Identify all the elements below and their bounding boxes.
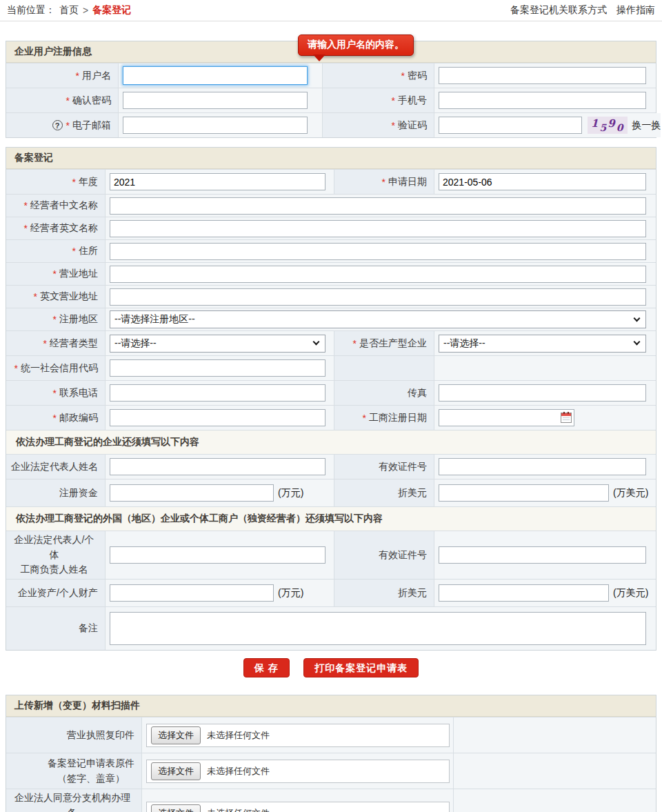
contact-info-link[interactable]: 备案登记机关联系方式 xyxy=(510,4,607,17)
operator-type-select[interactable]: --请选择-- xyxy=(110,335,325,353)
reg-capital-input[interactable] xyxy=(110,484,274,502)
no-file-text: 未选择任何文件 xyxy=(207,729,270,742)
upload-section: 上传新增（变更）材料扫描件 营业执照复印件 选择文件 未选择任何文件 备案登记申… xyxy=(6,695,656,812)
id-no-input[interactable] xyxy=(439,458,646,475)
help-icon[interactable]: ? xyxy=(52,120,63,130)
username-validation-tooltip: 请输入用户名的内容。 xyxy=(298,34,414,56)
confirm-password-label: 确认密码 xyxy=(72,95,111,107)
confirm-password-input[interactable] xyxy=(123,92,308,109)
password-input[interactable] xyxy=(439,67,646,84)
foreign-subsection-title: 依法办理工商登记的外国（地区）企业或个体工商户（独资经营者）还须填写以下内容 xyxy=(6,506,656,531)
license-copy-label: 营业执照复印件 xyxy=(67,728,134,743)
row-confirm-mobile: * 确认密码 * 手机号 xyxy=(6,88,656,112)
mobile-label-cell: * 手机号 xyxy=(322,88,434,112)
apply-date-input[interactable] xyxy=(439,173,646,190)
captcha-label: 验证码 xyxy=(398,119,427,132)
cn-name-label: 经营者中文名称 xyxy=(30,199,98,212)
captcha-refresh-link[interactable]: 换一换 xyxy=(632,119,661,132)
confirm-password-label-cell: * 确认密码 xyxy=(6,88,118,112)
save-button[interactable]: 保 存 xyxy=(243,658,290,677)
email-label-cell: ? * 电子邮箱 xyxy=(6,113,118,137)
reg-capital-label: 注册资金 xyxy=(59,487,98,499)
en-name-input[interactable] xyxy=(110,220,646,237)
row-foreign-rep: 企业法定代表人/个体 工商负责人姓名 有效证件号 xyxy=(6,531,656,579)
biz-addr-label: 营业地址 xyxy=(59,268,98,280)
remark-label: 备注 xyxy=(79,622,98,635)
en-biz-addr-label: 英文营业地址 xyxy=(40,290,98,303)
password-label: 密码 xyxy=(408,70,427,82)
en-biz-addr-input[interactable] xyxy=(110,288,646,306)
year-input[interactable] xyxy=(110,173,325,190)
filing-section-title: 备案登记 xyxy=(6,148,656,169)
residence-input[interactable] xyxy=(110,243,646,260)
usd-input[interactable] xyxy=(439,484,609,502)
credit-code-input[interactable] xyxy=(110,359,325,377)
captcha-image[interactable]: 1 5 9 0 xyxy=(588,117,628,134)
choose-file-button[interactable]: 选择文件 xyxy=(151,804,201,812)
row-application-original: 备案登记申请表原件 （签字、盖章） 选择文件 未选择任何文件 xyxy=(6,753,656,789)
row-biz-addr: * 营业地址 xyxy=(6,262,656,285)
legal-rep-input[interactable] xyxy=(110,458,325,475)
email-input[interactable] xyxy=(123,117,308,134)
fax-label: 传真 xyxy=(408,387,427,399)
filing-registration-section: 备案登记 * 年度 * 申请日期 * 经营者中文名称 * 经营者英文名称 * 住… xyxy=(6,147,656,651)
reg-region-select[interactable]: --请选择注册地区-- xyxy=(110,310,646,328)
row-legal-rep: 企业法定代表人姓名 有效证件号 xyxy=(6,454,656,479)
row-assets: 企业资产/个人财产 (万元) 折美元 (万美元) xyxy=(6,579,656,606)
mobile-input[interactable] xyxy=(439,92,646,109)
row-license-copy: 营业执照复印件 选择文件 未选择任何文件 xyxy=(6,717,656,753)
row-capital: 注册资金 (万元) 折美元 (万美元) xyxy=(6,479,656,506)
cn-name-input[interactable] xyxy=(110,197,646,215)
en-name-label: 经营者英文名称 xyxy=(30,222,98,235)
postcode-label: 邮政编码 xyxy=(59,412,98,424)
assets-usd-input[interactable] xyxy=(439,584,609,602)
foreign-id-no-input[interactable] xyxy=(439,546,646,564)
assets-input[interactable] xyxy=(110,584,274,602)
choose-file-button[interactable]: 选择文件 xyxy=(151,762,201,780)
choose-file-button[interactable]: 选择文件 xyxy=(151,726,201,744)
operator-type-label: 经营者类型 xyxy=(50,337,98,350)
unit-wan-yuan: (万元) xyxy=(278,587,303,600)
row-phone-fax: * 联系电话 传真 xyxy=(6,380,656,405)
row-type-production: * 经营者类型 --请选择-- * 是否生产型企业 --请选择-- xyxy=(6,330,656,355)
phone-input[interactable] xyxy=(110,384,325,402)
breadcrumb-separator: > xyxy=(83,5,88,16)
id-no-label: 有效证件号 xyxy=(379,461,427,473)
breadcrumb-prefix: 当前位置： xyxy=(7,3,55,18)
reg-region-label: 注册地区 xyxy=(59,313,98,326)
no-file-text: 未选择任何文件 xyxy=(207,765,270,778)
row-postcode-regdate: * 邮政编码 * 工商注册日期 xyxy=(6,405,656,430)
upload-section-title: 上传新增（变更）材料扫描件 xyxy=(6,695,656,717)
phone-label: 联系电话 xyxy=(59,387,98,399)
biz-addr-input[interactable] xyxy=(110,266,646,283)
reg-date-input[interactable] xyxy=(439,409,574,426)
branch-consent-filebox: 选择文件 未选择任何文件 xyxy=(146,802,450,812)
assets-label: 企业资产/个人财产 xyxy=(18,587,98,600)
row-remark: 备注 xyxy=(6,606,656,650)
captcha-label-cell: * 验证码 xyxy=(322,113,434,137)
top-bar: 当前位置： 首页 > 备案登记 备案登记机关联系方式 操作指南 xyxy=(0,0,662,21)
row-email-captcha: ? * 电子邮箱 * 验证码 1 5 9 0 换一换 xyxy=(6,112,656,137)
breadcrumb-home-link[interactable]: 首页 xyxy=(59,4,79,17)
postcode-input[interactable] xyxy=(110,409,325,426)
row-cn-name: * 经营者中文名称 xyxy=(6,194,656,217)
foreign-rep-input[interactable] xyxy=(110,546,325,564)
production-select[interactable]: --请选择-- xyxy=(439,335,646,353)
production-label: 是否生产型企业 xyxy=(359,337,427,350)
usd-label: 折美元 xyxy=(398,487,427,499)
row-username-password: * 用户名 * 密码 xyxy=(6,63,656,88)
fax-input[interactable] xyxy=(439,384,646,402)
remark-textarea[interactable] xyxy=(110,612,646,645)
no-file-text: 未选择任何文件 xyxy=(207,807,270,812)
print-application-button[interactable]: 打印备案登记申请表 xyxy=(303,658,419,677)
unit-wan-usd: (万美元) xyxy=(613,487,648,499)
username-input[interactable] xyxy=(123,66,308,85)
legal-rep-label: 企业法定代表人姓名 xyxy=(11,461,98,473)
foreign-id-no-label: 有效证件号 xyxy=(379,549,427,562)
username-label: 用户名 xyxy=(82,70,111,82)
chevron-down-icon xyxy=(634,315,641,321)
calendar-icon[interactable] xyxy=(561,413,572,423)
operation-guide-link[interactable]: 操作指南 xyxy=(616,4,655,17)
captcha-input[interactable] xyxy=(439,117,582,134)
row-credit-code: * 统一社会信用代码 xyxy=(6,355,656,380)
